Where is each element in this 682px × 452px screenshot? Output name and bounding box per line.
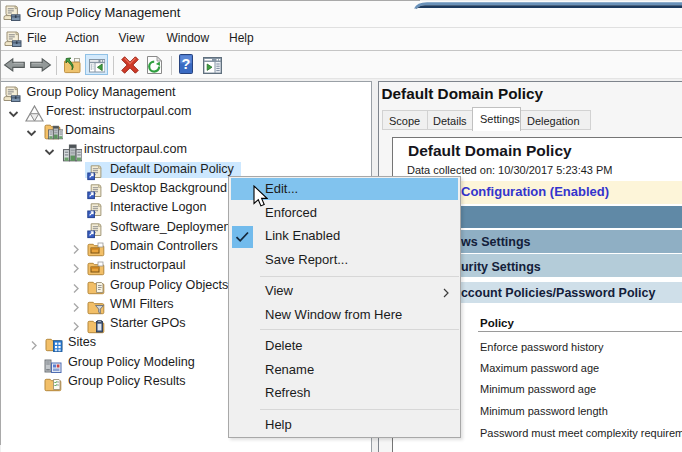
- svg-text:?: ?: [182, 56, 191, 72]
